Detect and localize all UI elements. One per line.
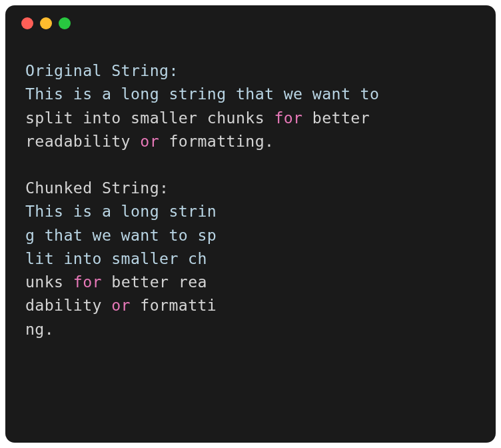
close-icon[interactable] [21,17,33,29]
heading-original: Original String: [25,59,476,82]
output-line: dability or formatti [25,293,476,317]
output-line: readability or formatting. [25,129,476,153]
keyword-for: for [274,109,302,127]
heading-chunked: Chunked String: [25,176,476,199]
blank-line [25,153,476,176]
output-line: split into smaller chunks for better [25,106,476,129]
text: Chunked String: [25,179,169,197]
titlebar [5,5,496,41]
text: dability [25,296,111,314]
text: formatti [131,296,217,314]
text: readability [25,132,140,150]
text: Original String: [25,61,179,79]
terminal-window: Original String: This is a long string t… [5,5,496,443]
output-line: This is a long string that we want to [25,82,476,105]
text: ng. [25,320,54,338]
text: g that we want to sp [25,226,217,244]
keyword-or: or [111,296,131,314]
output-line: g that we want to sp [25,223,476,247]
text: This is a long strin [25,202,217,220]
keyword-for: for [73,273,102,291]
text: better rea [102,273,207,291]
keyword-or: or [140,132,159,150]
text: split into smaller chunks [25,109,274,127]
text: lit into smaller ch [25,249,207,267]
minimize-icon[interactable] [40,17,52,29]
maximize-icon[interactable] [59,17,71,29]
text: unks [25,273,73,291]
output-line: lit into smaller ch [25,247,476,270]
terminal-output: Original String: This is a long string t… [5,41,496,361]
text: better [302,109,379,127]
output-line: unks for better rea [25,270,476,293]
text: This is a long string that we want to [25,85,389,103]
output-line: ng. [25,317,476,341]
output-line: This is a long strin [25,199,476,223]
text: formatting. [159,132,274,150]
